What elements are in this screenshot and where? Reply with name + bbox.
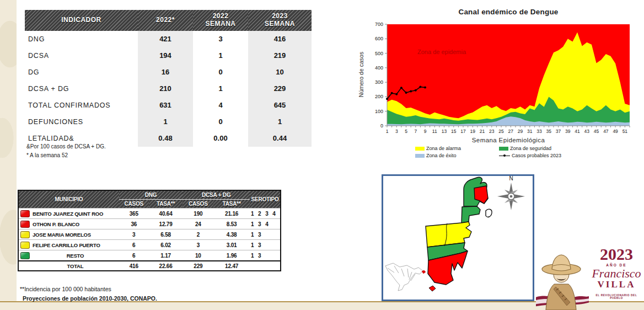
map-frame: N xyxy=(382,174,534,301)
indicator-footnotes: &Por 100 casos de DCSA + DG. * A la sema… xyxy=(26,142,106,159)
casos-probables-marker xyxy=(415,89,417,92)
municipio-value-cell: 3 xyxy=(183,240,213,250)
casos-probables-marker xyxy=(419,86,421,88)
mexico-inset-map xyxy=(385,263,423,291)
total-label-cell: TOTAL xyxy=(31,261,119,271)
casos-probables-marker xyxy=(391,92,393,94)
indicator-value-cell: 219 xyxy=(248,47,312,64)
x-tick-label: 47 xyxy=(603,129,609,134)
indicator-column-header: INDICADOR xyxy=(25,10,138,31)
indicator-value-cell: 1 xyxy=(248,114,312,130)
indicator-row: DG16010 xyxy=(25,64,312,81)
indicator-value-cell: 1 xyxy=(193,47,248,64)
villa-portrait xyxy=(536,240,589,310)
indicator-value-cell: 229 xyxy=(248,81,312,97)
footnote: **Incidencia por 100 000 habitantes xyxy=(20,285,157,294)
municipio-color-swatch xyxy=(20,252,30,259)
municipio-value-cell: 6.02 xyxy=(149,240,183,250)
footnote: * A la semana 52 xyxy=(26,151,106,160)
indicator-table-block: INDICADOR2022*2022SEMANA2023SEMANA DNG42… xyxy=(25,10,312,147)
x-tick-label: 23 xyxy=(489,129,495,134)
indicator-value-cell: 1 xyxy=(138,114,193,130)
indicator-label-cell: DG xyxy=(25,64,138,81)
municipio-name-cell: RESTO xyxy=(31,250,119,261)
map-region-mid-north xyxy=(461,206,480,223)
legend-color-swatch xyxy=(415,154,425,158)
x-tick-label: 35 xyxy=(546,129,552,134)
municipio-serotipo-cell: 1 3 4 xyxy=(250,219,281,229)
indicator-label-cell: DNG xyxy=(25,31,138,47)
indicator-value-cell: 0 xyxy=(193,114,248,130)
footnote: Proyecciones de población 2010-2030, CON… xyxy=(20,294,157,303)
col-group-dcsa-dg: DCSA + DG xyxy=(183,190,250,200)
x-tick-label: 19 xyxy=(470,129,476,134)
municipio-total-row: TOTAL41622.6622912.47 xyxy=(18,261,281,271)
y-tick-label: 600 xyxy=(375,36,383,41)
logo-last-name: VILLA xyxy=(589,280,644,290)
indicator-label-cell: DCSA + DG xyxy=(25,81,138,97)
indicator-column-header: 2023SEMANA xyxy=(248,10,312,31)
municipio-row: JOSE MARIA MORELOS36.5824.381 3 xyxy=(18,229,281,240)
municipio-color-cell xyxy=(18,209,31,219)
municipio-value-cell: 1.17 xyxy=(149,250,183,261)
municipio-value-cell: 40.64 xyxy=(149,209,183,219)
logo-text-block: 2023 AÑO DE Francisco VILLA EL REVOLUCIO… xyxy=(589,246,644,310)
municipio-value-cell: 24 xyxy=(183,219,213,229)
x-tick-label: 5 xyxy=(405,129,407,134)
x-tick-label: 49 xyxy=(613,129,618,134)
municipio-row: RESTO61.17101.961 3 xyxy=(18,250,281,261)
y-tick-label: 700 xyxy=(375,22,383,27)
indicator-value-cell: 0 xyxy=(193,64,248,81)
epidemic-zone-annotation: Zona de epidemia xyxy=(417,49,466,55)
x-tick-label: 27 xyxy=(508,129,514,134)
municipio-serotipo-cell: 1 3 xyxy=(250,229,281,240)
legend-item-zona-de-seguridad: Zona de seguridad xyxy=(499,146,598,151)
indicator-column-header: 2022* xyxy=(138,10,193,31)
col-dcsa-tasa: TASA** xyxy=(213,200,250,209)
indicator-label-cell: TOTAL CONFIRMADOS xyxy=(25,97,138,114)
indicator-value-cell: 645 xyxy=(248,97,312,114)
compass-icon xyxy=(497,183,525,210)
indicator-value-cell: 0.48 xyxy=(138,130,193,147)
legend-label: Zona de alarma xyxy=(426,146,461,151)
municipio-serotipo-cell: 1 3 xyxy=(250,250,281,261)
x-tick-label: 31 xyxy=(527,129,533,134)
legend-item-casos-probables-2023: Casos probables 2023 xyxy=(499,153,598,158)
x-tick-label: 17 xyxy=(460,129,466,134)
indicator-column-header: 2022SEMANA xyxy=(193,10,248,31)
x-tick-label: 37 xyxy=(556,129,561,134)
municipio-value-cell: 6 xyxy=(119,250,149,261)
municipio-value-cell: 2 xyxy=(183,229,213,240)
municipio-value-cell: 3 xyxy=(119,229,149,240)
municipio-color-swatch xyxy=(20,221,30,228)
indicator-value-cell: 631 xyxy=(138,97,193,114)
municipio-value-cell: 1.96 xyxy=(213,250,250,261)
indicator-table-header: INDICADOR2022*2022SEMANA2023SEMANA xyxy=(25,10,312,31)
municipio-table-body: BENITO JUAREZ QUINT ROO36540.6419021.161… xyxy=(18,209,281,271)
municipio-color-swatch xyxy=(20,242,30,249)
quintana-roo-map: N xyxy=(383,176,529,296)
municipio-name-cell: FELIPE CARRILLO PUERTO xyxy=(31,240,119,250)
total-value-cell: 22.66 xyxy=(149,261,183,271)
x-tick-label: 39 xyxy=(565,129,571,134)
indicator-table: INDICADOR2022*2022SEMANA2023SEMANA DNG42… xyxy=(25,10,312,147)
indicator-row: DNG4213416 xyxy=(25,31,312,47)
municipio-name-cell: BENITO JUAREZ QUINT ROO xyxy=(31,209,119,219)
logo-first-name: Francisco xyxy=(589,267,644,280)
municipio-value-cell: 21.16 xyxy=(213,209,250,219)
municipio-value-cell: 12.79 xyxy=(149,219,183,229)
indicator-label-cell: DEFUNCIONES xyxy=(25,114,138,130)
indicator-value-cell: 0.44 xyxy=(248,130,312,147)
municipio-serotipo-cell: 1 2 3 4 xyxy=(250,209,281,219)
legend-label: Zona de éxito xyxy=(426,153,457,158)
y-tick-label: 400 xyxy=(375,65,383,71)
indicator-row: TOTAL CONFIRMADOS6314645 xyxy=(25,97,312,114)
francisco-villa-2023-logo: 2023 AÑO DE Francisco VILLA EL REVOLUCIO… xyxy=(536,240,644,310)
col-dng-casos: CASOS xyxy=(119,200,149,209)
col-municipio: MUNICIPIO xyxy=(18,190,119,209)
casos-probables-marker xyxy=(410,90,412,92)
left-decorative-strip xyxy=(0,0,17,310)
y-tick-label: 0 xyxy=(380,123,383,129)
indicator-column-subheader: SEMANA xyxy=(195,20,246,28)
municipio-name-cell: OTHON P. BLANCO xyxy=(31,219,119,229)
